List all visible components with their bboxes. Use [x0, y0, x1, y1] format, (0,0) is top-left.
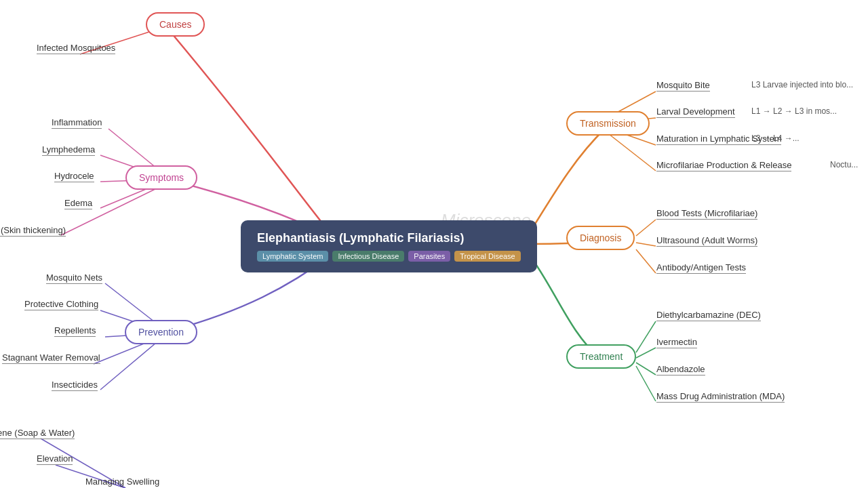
- detail-l3-l4: L3 → L4 →...: [751, 134, 800, 143]
- leaf-albendazole: Albendazole: [656, 364, 705, 374]
- leaf-larval-development: Larval Development: [656, 106, 735, 117]
- tag-infectious[interactable]: Infectious Disease: [332, 251, 404, 262]
- leaf-lymphedema: Lymphedema: [42, 144, 95, 155]
- leaf-mda: Mass Drug Administration (MDA): [656, 391, 785, 401]
- svg-line-4: [61, 186, 161, 235]
- leaf-repellents: Repellents: [54, 325, 96, 336]
- leaf-insecticides: Insecticides: [52, 380, 98, 390]
- treatment-branch[interactable]: Treatment: [566, 344, 636, 369]
- svg-line-9: [100, 339, 161, 390]
- leaf-mosquito-bite: Mosquito Bite: [656, 80, 710, 90]
- leaf-elephantiasis: Elephantiasis (Skin thickening): [0, 225, 66, 235]
- svg-line-20: [636, 249, 656, 273]
- svg-line-23: [636, 363, 656, 375]
- leaf-edema: Edema: [64, 198, 92, 208]
- leaf-inflammation: Inflammation: [52, 117, 102, 127]
- svg-line-21: [636, 321, 656, 352]
- symptoms-branch[interactable]: Symptoms: [125, 165, 197, 190]
- leaf-ivermectin: Ivermectin: [656, 337, 697, 347]
- tag-tropical[interactable]: Tropical Disease: [454, 251, 521, 262]
- leaf-dec: Diethylcarbamazine (DEC): [656, 310, 761, 320]
- leaf-antibody: Antibody/Antigen Tests: [656, 262, 746, 272]
- tag-container: Lymphatic System Infectious Disease Para…: [257, 251, 521, 262]
- leaf-infected-mosquitoes: Infected Mosquitoes: [37, 43, 115, 53]
- leaf-blood-tests: Blood Tests (Microfilariae): [656, 208, 757, 218]
- detail-l3-larvae: L3 Larvae injected into blo...: [751, 80, 853, 89]
- leaf-managing-swelling: Managing Swelling: [85, 476, 159, 487]
- svg-line-22: [636, 348, 656, 358]
- leaf-stagnant-water: Stagnant Water Removal: [2, 352, 100, 363]
- leaf-mosquito-nets: Mosquito Nets: [46, 272, 102, 283]
- prevention-branch[interactable]: Prevention: [125, 320, 197, 344]
- causes-branch[interactable]: Causes: [146, 12, 205, 37]
- leaf-ultrasound: Ultrasound (Adult Worms): [656, 235, 757, 245]
- diagnosis-branch[interactable]: Diagnosis: [566, 226, 635, 250]
- center-title: Elephantiasis (Lymphatic Filariasis): [257, 231, 521, 245]
- svg-line-18: [636, 220, 656, 236]
- svg-line-17: [606, 131, 656, 171]
- leaf-microfilariae: Microfilariae Production & Release: [656, 160, 791, 170]
- transmission-branch[interactable]: Transmission: [566, 111, 650, 136]
- center-node[interactable]: Elephantiasis (Lymphatic Filariasis) Lym…: [241, 220, 537, 272]
- tag-lymphatic[interactable]: Lymphatic System: [257, 251, 328, 262]
- tag-parasites[interactable]: Parasites: [408, 251, 450, 262]
- leaf-elevation: Elevation: [37, 453, 73, 464]
- detail-l1-l2: L1 → L2 → L3 in mos...: [751, 106, 837, 116]
- leaf-protective-clothing: Protective Clothing: [24, 299, 98, 309]
- svg-line-24: [636, 366, 656, 401]
- svg-line-19: [636, 243, 656, 246]
- leaf-hydrocele: Hydrocele: [54, 171, 94, 181]
- detail-noctu: Noctu...: [830, 160, 858, 169]
- leaf-hygiene: Hygiene (Soap & Water): [0, 428, 75, 438]
